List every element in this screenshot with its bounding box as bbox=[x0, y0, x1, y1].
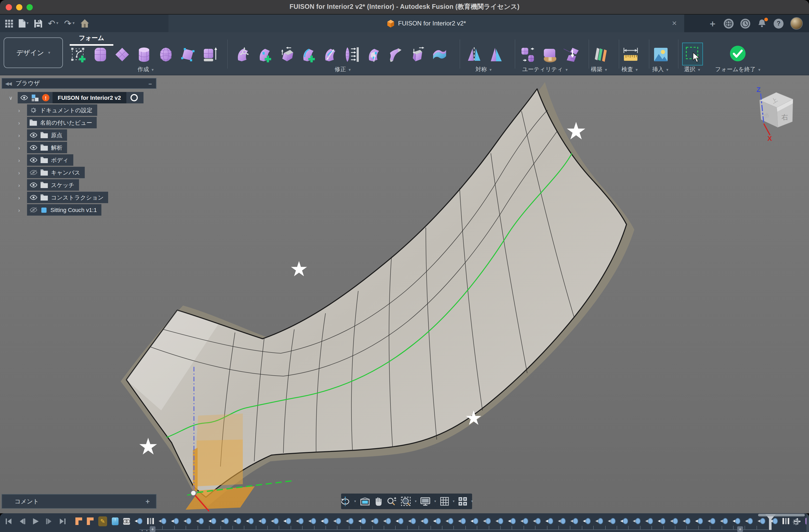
warning-badge[interactable]: ! bbox=[42, 94, 49, 101]
select-group-label[interactable]: 選択 ▾ bbox=[684, 66, 700, 73]
help-icon[interactable]: ? bbox=[774, 18, 784, 28]
orbit-icon[interactable] bbox=[340, 496, 351, 507]
chevron-down-icon[interactable]: ▾ bbox=[354, 499, 356, 503]
insert-group-label[interactable]: 挿入 ▾ bbox=[652, 66, 668, 73]
chevron-down-icon[interactable]: ▾ bbox=[434, 499, 436, 503]
weld-vertices-icon[interactable] bbox=[365, 46, 383, 64]
comments-bar[interactable]: コメント + bbox=[2, 494, 156, 509]
collapse-panel-icon[interactable]: ◀◀ bbox=[5, 81, 12, 86]
zoom-window-button[interactable] bbox=[27, 4, 33, 11]
visibility-eye-icon[interactable] bbox=[30, 195, 37, 200]
browser-item[interactable]: ›Sitting Couch v1:1 bbox=[2, 203, 156, 216]
bevel-edge-icon[interactable] bbox=[409, 46, 426, 64]
create-extrude-icon[interactable] bbox=[201, 46, 218, 64]
measure-icon[interactable] bbox=[622, 46, 639, 64]
convert-icon[interactable] bbox=[520, 46, 538, 64]
zoom-icon[interactable] bbox=[386, 496, 397, 507]
context-tab-form[interactable]: フォーム bbox=[70, 34, 113, 46]
browser-item[interactable]: ›ドキュメントの設定 bbox=[2, 104, 156, 117]
visibility-eye-icon[interactable] bbox=[30, 157, 37, 163]
visibility-eye-icon[interactable] bbox=[30, 145, 37, 150]
finish-form-label[interactable]: フォームを終了 ▾ bbox=[715, 66, 760, 73]
browser-item[interactable]: ›解析 bbox=[2, 141, 156, 154]
thicken-icon[interactable] bbox=[430, 46, 448, 64]
redo-icon[interactable]: ↷ ▾ bbox=[64, 19, 75, 28]
browser-item[interactable]: ›名前の付いたビュー bbox=[2, 117, 156, 129]
chevron-icon[interactable]: › bbox=[18, 170, 27, 175]
unweld-icon[interactable] bbox=[387, 46, 404, 64]
workspace-selector[interactable]: デザイン▾ bbox=[4, 37, 63, 68]
create-box-icon[interactable] bbox=[91, 46, 109, 64]
timeline-settings-gear-icon[interactable] bbox=[791, 517, 800, 526]
visibility-eye-icon[interactable] bbox=[30, 132, 37, 138]
chevron-icon[interactable]: › bbox=[18, 157, 27, 163]
activate-component-radio[interactable] bbox=[129, 94, 139, 101]
browser-item[interactable]: ›スケッチ bbox=[2, 179, 156, 191]
user-avatar[interactable] bbox=[790, 17, 803, 30]
inspect-group-label[interactable]: 検査 ▾ bbox=[622, 66, 638, 73]
viewcube-front-label[interactable]: 右 bbox=[781, 113, 789, 121]
chevron-down-icon[interactable]: ▾ bbox=[471, 499, 473, 503]
new-tab-icon[interactable]: ＋ bbox=[708, 17, 717, 29]
create-sphere-icon[interactable] bbox=[157, 46, 175, 64]
timeline-playhead[interactable] bbox=[769, 515, 772, 530]
extensions-globe-icon[interactable] bbox=[724, 18, 734, 28]
finish-form-icon[interactable] bbox=[729, 45, 746, 63]
app-grid-icon[interactable] bbox=[5, 19, 13, 27]
create-cylinder-icon[interactable] bbox=[135, 46, 153, 64]
origin-point[interactable] bbox=[191, 491, 196, 496]
create-plane-icon[interactable] bbox=[113, 46, 131, 64]
create-form-sketch-icon[interactable] bbox=[70, 46, 87, 64]
chevron-down-icon[interactable]: ▾ bbox=[453, 499, 455, 503]
edit-form-icon[interactable] bbox=[234, 46, 252, 64]
chevron-icon[interactable]: › bbox=[18, 182, 27, 188]
symmetry-group-label[interactable]: 対称 ▾ bbox=[476, 66, 492, 73]
insert-image-icon[interactable] bbox=[652, 46, 670, 64]
visibility-eye-icon[interactable] bbox=[20, 95, 28, 100]
close-window-button[interactable] bbox=[6, 4, 12, 11]
insert-point-icon[interactable] bbox=[256, 46, 274, 64]
undo-icon[interactable]: ↶ ▾ bbox=[48, 19, 58, 28]
close-tab-icon[interactable]: ✕ bbox=[672, 20, 677, 27]
look-at-icon[interactable] bbox=[359, 496, 371, 507]
flatten-icon[interactable] bbox=[564, 46, 581, 64]
visibility-eye-icon[interactable] bbox=[30, 207, 37, 212]
viewports-icon[interactable] bbox=[458, 496, 468, 507]
chevron-icon[interactable]: › bbox=[18, 107, 27, 113]
file-menu-icon[interactable]: ▾ bbox=[19, 19, 29, 28]
chevron-icon[interactable]: › bbox=[18, 120, 27, 125]
pull-icon[interactable] bbox=[343, 46, 361, 64]
browser-item[interactable]: ›原点 bbox=[2, 129, 156, 141]
browser-item[interactable]: ∨!FUISON for Interior2 v2 bbox=[2, 91, 156, 104]
visibility-eye-icon[interactable] bbox=[30, 170, 37, 175]
home-icon[interactable] bbox=[80, 19, 89, 28]
viewport[interactable]: 右 上 前 Z X ◀◀ ブラウザ – ∨!FUISON for Interio… bbox=[0, 75, 809, 513]
minimize-panel-icon[interactable]: – bbox=[149, 80, 152, 87]
create-face-icon[interactable] bbox=[179, 46, 196, 64]
browser-item[interactable]: ›ボディ bbox=[2, 154, 156, 166]
timeline-group-expand[interactable]: + bbox=[737, 526, 743, 532]
job-status-clock-icon[interactable] bbox=[740, 18, 750, 28]
browser-item[interactable]: ›キャンバス bbox=[2, 166, 156, 179]
browser-header[interactable]: ◀◀ ブラウザ – bbox=[2, 78, 156, 89]
construct-group-label[interactable]: 構築 ▾ bbox=[591, 66, 607, 73]
circular-symmetry-icon[interactable] bbox=[488, 46, 505, 64]
add-comment-icon[interactable]: + bbox=[145, 497, 150, 506]
chevron-icon[interactable]: › bbox=[18, 207, 27, 213]
notifications-bell-icon[interactable] bbox=[757, 18, 767, 28]
browser-item[interactable]: ›コンストラクション bbox=[2, 191, 156, 203]
viewcube[interactable]: 右 上 前 Z X bbox=[757, 86, 793, 142]
mirror-symmetry-icon[interactable] bbox=[466, 46, 483, 64]
pan-icon[interactable] bbox=[373, 496, 383, 507]
crease-icon[interactable] bbox=[278, 46, 295, 64]
chevron-icon[interactable]: › bbox=[18, 132, 27, 138]
chevron-icon[interactable]: › bbox=[18, 145, 27, 150]
grid-snap-icon[interactable] bbox=[439, 496, 450, 507]
document-tab[interactable]: FUISON for Interior2 v2* ✕ bbox=[169, 15, 684, 32]
fit-icon[interactable] bbox=[400, 496, 412, 507]
create-group-label[interactable]: 作成 ▾ bbox=[138, 66, 154, 73]
chevron-down-icon[interactable]: ▾ bbox=[415, 499, 416, 503]
minimize-window-button[interactable] bbox=[16, 4, 22, 11]
construct-plane-icon[interactable] bbox=[592, 46, 609, 64]
modify-group-label[interactable]: 修正 ▾ bbox=[334, 66, 351, 73]
